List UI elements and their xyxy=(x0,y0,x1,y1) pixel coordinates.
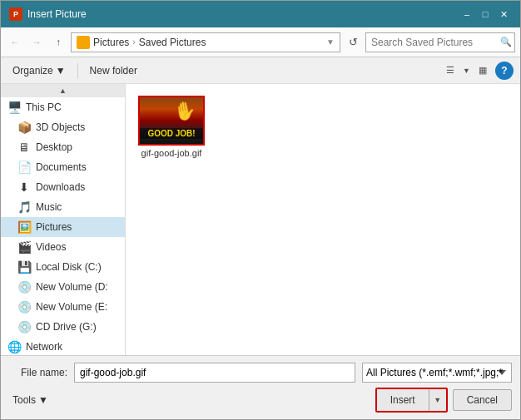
sidebar-item-label: Local Disk (C:) xyxy=(36,261,102,273)
file-thumbnail: ✋ GOOD JOB! xyxy=(138,96,205,146)
new-folder-button[interactable]: New folder xyxy=(85,63,142,78)
gif-hand-icon: ✋ xyxy=(172,99,198,124)
insert-picture-dialog: P Insert Picture – □ ✕ ← → ↑ Pictures › … xyxy=(0,0,521,420)
search-container: 🔍 xyxy=(365,32,515,52)
sidebar-item-label: Desktop xyxy=(36,141,72,153)
folder-icon xyxy=(77,36,90,49)
sidebar-item-label: Documents xyxy=(36,161,87,173)
gif-preview: ✋ GOOD JOB! xyxy=(140,97,203,144)
view-dropdown-icon[interactable]: ▼ xyxy=(463,67,470,75)
action-row: Tools ▼ Insert ▼ Cancel xyxy=(9,388,512,413)
app-icon: P xyxy=(9,7,22,21)
nav-bar: ← → ↑ Pictures › Saved Pictures ▼ ↺ 🔍 xyxy=(1,27,520,57)
insert-btn-container: Insert ▼ xyxy=(375,388,448,413)
title-bar: P Insert Picture – □ ✕ xyxy=(1,1,520,27)
gif-overlay-text: GOOD JOB! xyxy=(140,128,203,139)
sidebar-item-label: New Volume (E: xyxy=(36,301,107,313)
sidebar-item-pictures[interactable]: 🖼️ Pictures xyxy=(1,217,125,237)
sidebar-item-label: This PC xyxy=(26,101,62,113)
sidebar-item-new-volume-e[interactable]: 💿 New Volume (E: xyxy=(1,297,125,317)
documents-icon: 📄 xyxy=(17,161,31,174)
sidebar-item-cd-drive-g[interactable]: 💿 CD Drive (G:) xyxy=(1,317,125,337)
main-content: ▲ 🖥️ This PC 📦 3D Objects 🖥 Desktop 📄 Do… xyxy=(1,84,520,355)
filename-input[interactable] xyxy=(74,363,355,383)
filetype-dropdown[interactable]: All Pictures (*.emf;*.wmf;*.jpg;* xyxy=(362,363,512,383)
cd-drive-g-icon: 💿 xyxy=(17,320,31,334)
breadcrumb-separator: › xyxy=(132,37,135,47)
file-area: ✋ GOOD JOB! gif-good-job.gif xyxy=(126,84,520,355)
local-disk-c-icon: 💾 xyxy=(17,260,31,274)
sidebar-item-music[interactable]: 🎵 Music xyxy=(1,197,125,217)
filename-row: File name: All Pictures (*.emf;*.wmf;*.j… xyxy=(9,363,512,383)
filename-label: File name: xyxy=(9,367,67,378)
pane-button[interactable]: ▦ xyxy=(474,62,492,80)
sidebar-item-3d-objects[interactable]: 📦 3D Objects xyxy=(1,117,125,137)
back-button[interactable]: ← xyxy=(6,33,24,52)
downloads-icon: ⬇ xyxy=(17,180,31,194)
toolbar: Organize ▼ New folder ☰ ▼ ▦ ? xyxy=(1,57,520,84)
pictures-icon: 🖼️ xyxy=(17,220,31,234)
title-controls: – □ ✕ xyxy=(459,6,512,22)
3d-objects-icon: 📦 xyxy=(17,121,31,134)
sidebar-item-network[interactable]: 🌐 Network xyxy=(1,337,125,355)
sidebar-item-label: Downloads xyxy=(36,181,85,193)
organize-dropdown-icon: ▼ xyxy=(56,65,66,77)
minimize-button[interactable]: – xyxy=(459,6,475,22)
sidebar-item-new-volume-d[interactable]: 💿 New Volume (D: xyxy=(1,277,125,297)
sidebar-item-label: 3D Objects xyxy=(36,121,85,133)
videos-icon: 🎬 xyxy=(17,240,31,254)
music-icon: 🎵 xyxy=(17,200,31,214)
cancel-label: Cancel xyxy=(467,394,498,406)
breadcrumb[interactable]: Pictures › Saved Pictures ▼ xyxy=(71,32,340,52)
help-button[interactable]: ? xyxy=(495,62,514,80)
forward-button[interactable]: → xyxy=(27,33,46,52)
maximize-button[interactable]: □ xyxy=(477,6,494,22)
sidebar-item-downloads[interactable]: ⬇ Downloads xyxy=(1,177,125,197)
scroll-up-button[interactable]: ▲ xyxy=(1,84,125,97)
breadcrumb-part2: Saved Pictures xyxy=(139,37,206,48)
sidebar-item-videos[interactable]: 🎬 Videos xyxy=(1,237,125,257)
this-pc-icon: 🖥️ xyxy=(7,101,21,114)
insert-button[interactable]: Insert xyxy=(377,389,429,411)
sidebar-item-local-disk-c[interactable]: 💾 Local Disk (C:) xyxy=(1,257,125,277)
network-icon: 🌐 xyxy=(7,340,21,353)
toolbar-separator xyxy=(77,63,78,78)
insert-label: Insert xyxy=(390,394,415,406)
view-button[interactable]: ☰ xyxy=(441,62,459,80)
breadcrumb-part1: Pictures xyxy=(93,37,129,48)
sidebar-item-label: Pictures xyxy=(36,221,72,233)
title-bar-left: P Insert Picture xyxy=(9,7,87,21)
sidebar-item-label: Network xyxy=(26,341,62,353)
tools-dropdown-icon: ▼ xyxy=(38,394,48,406)
search-button[interactable]: 🔍 xyxy=(500,37,512,47)
new-volume-e-icon: 💿 xyxy=(17,300,31,314)
toolbar-right: ☰ ▼ ▦ ? xyxy=(441,62,514,80)
organize-label: Organize xyxy=(12,65,53,77)
breadcrumb-dropdown[interactable]: ▼ xyxy=(326,37,335,47)
new-volume-d-icon: 💿 xyxy=(17,280,31,294)
sidebar-item-label: CD Drive (G:) xyxy=(36,321,97,333)
file-name: gif-good-job.gif xyxy=(141,148,202,158)
sidebar-item-label: Music xyxy=(36,201,62,213)
close-button[interactable]: ✕ xyxy=(495,6,512,22)
search-input[interactable] xyxy=(365,32,515,52)
title-text: Insert Picture xyxy=(27,8,87,20)
tools-button[interactable]: Tools ▼ xyxy=(9,393,52,408)
refresh-button[interactable]: ↺ xyxy=(344,33,362,52)
up-button[interactable]: ↑ xyxy=(49,33,67,52)
new-folder-label: New folder xyxy=(90,65,137,77)
organize-button[interactable]: Organize ▼ xyxy=(7,63,71,78)
sidebar-item-label: Videos xyxy=(36,241,66,253)
cancel-button[interactable]: Cancel xyxy=(453,389,512,411)
insert-dropdown-button[interactable]: ▼ xyxy=(429,389,446,411)
sidebar-item-label: New Volume (D: xyxy=(36,281,108,293)
file-item[interactable]: ✋ GOOD JOB! gif-good-job.gif xyxy=(134,92,209,161)
tools-label: Tools xyxy=(12,394,36,406)
sidebar-item-documents[interactable]: 📄 Documents xyxy=(1,157,125,177)
sidebar-item-desktop[interactable]: 🖥 Desktop xyxy=(1,137,125,157)
sidebar: ▲ 🖥️ This PC 📦 3D Objects 🖥 Desktop 📄 Do… xyxy=(1,84,126,355)
sidebar-item-this-pc[interactable]: 🖥️ This PC xyxy=(1,97,125,117)
desktop-icon: 🖥 xyxy=(17,141,31,154)
bottom-bar: File name: All Pictures (*.emf;*.wmf;*.j… xyxy=(1,355,520,419)
